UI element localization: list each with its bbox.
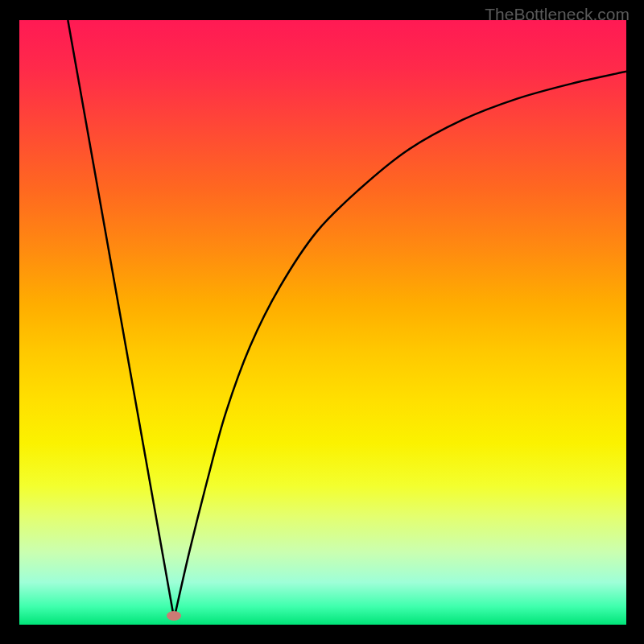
minimum-marker (167, 611, 181, 621)
chart-lines (19, 20, 626, 625)
left-segment (68, 20, 174, 618)
watermark-text: TheBottleneck.com (485, 5, 630, 24)
right-segment (174, 72, 626, 619)
chart-plot-area (19, 20, 626, 625)
